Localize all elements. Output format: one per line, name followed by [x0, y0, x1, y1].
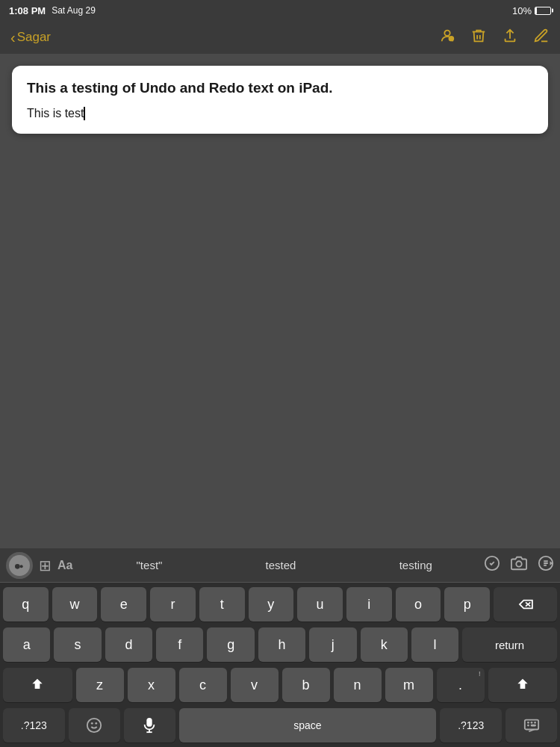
period-key[interactable]: .!	[437, 668, 485, 702]
shift-key[interactable]	[3, 668, 72, 702]
nav-actions: ⊕	[439, 28, 550, 48]
note-title: This a testing of Undo and Redo text on …	[27, 79, 533, 98]
svg-rect-14	[146, 718, 152, 727]
key-b[interactable]: b	[282, 668, 330, 702]
key-row-4: .?123 space .?123	[3, 708, 557, 743]
key-y[interactable]: y	[249, 587, 294, 622]
backspace-key[interactable]	[494, 587, 557, 622]
space-label: space	[293, 719, 321, 731]
key-n[interactable]: n	[334, 668, 382, 702]
key-i[interactable]: i	[346, 587, 392, 622]
key-d[interactable]: d	[105, 627, 152, 662]
note-card[interactable]: This a testing of Undo and Redo text on …	[12, 66, 548, 134]
dictation-key[interactable]	[124, 708, 175, 743]
autocomplete-suggestions: "test" tested testing	[84, 556, 484, 574]
font-size-icon[interactable]: Aa	[57, 559, 72, 572]
key-l[interactable]: l	[411, 627, 458, 662]
key-u[interactable]: u	[297, 587, 343, 622]
svg-point-4	[20, 565, 23, 568]
battery-icon	[535, 7, 551, 15]
keyboard-area: ⊞ Aa "test" tested testing	[0, 548, 560, 747]
back-label: Sagar	[17, 30, 51, 45]
camera-icon[interactable]	[511, 555, 527, 575]
svg-point-0	[444, 30, 449, 35]
key-row-2: a s d f g h j k l return	[3, 627, 557, 662]
status-date: Sat Aug 29	[52, 5, 96, 16]
key-row-3: z x c v b n m .!	[3, 668, 557, 702]
key-z[interactable]: z	[76, 668, 124, 702]
grid-icon[interactable]: ⊞	[39, 557, 52, 574]
numbers-key-right[interactable]: .?123	[440, 708, 502, 743]
status-time: 1:08 PM	[9, 5, 46, 16]
svg-text:⊕: ⊕	[449, 36, 452, 41]
key-o[interactable]: o	[396, 587, 441, 622]
back-button[interactable]: ‹ Sagar	[10, 29, 51, 46]
return-key[interactable]: return	[462, 627, 557, 662]
svg-point-6	[516, 561, 521, 566]
autocomplete-left-icons: ⊞ Aa	[6, 552, 72, 579]
key-m[interactable]: m	[385, 668, 433, 702]
battery-fill	[535, 7, 537, 14]
suggestion-1[interactable]: tested	[260, 556, 302, 574]
numbers-key[interactable]: .?123	[3, 708, 65, 743]
key-x[interactable]: x	[128, 668, 175, 702]
compose-icon[interactable]	[533, 28, 550, 48]
back-chevron-icon: ‹	[10, 29, 16, 46]
keyboard-hide-key[interactable]	[505, 708, 557, 743]
key-r[interactable]: r	[150, 587, 196, 622]
key-p[interactable]: p	[444, 587, 490, 622]
trash-icon[interactable]	[470, 28, 487, 48]
numbers-label-right: .?123	[458, 719, 484, 731]
return-label: return	[495, 639, 524, 651]
suggestion-2[interactable]: testing	[393, 556, 438, 574]
key-t[interactable]: t	[199, 587, 245, 622]
key-q[interactable]: q	[3, 587, 49, 622]
main-content: This a testing of Undo and Redo text on …	[0, 54, 560, 530]
key-h[interactable]: h	[258, 627, 305, 662]
key-row-1: q w e r t y u i o p	[3, 587, 557, 622]
note-body[interactable]: This is test	[27, 107, 533, 120]
status-bar: 1:08 PM Sat Aug 29 10%	[0, 0, 560, 21]
key-e[interactable]: e	[101, 587, 146, 622]
share-icon[interactable]	[502, 28, 518, 48]
key-f[interactable]: f	[156, 627, 203, 662]
key-w[interactable]: w	[52, 587, 98, 622]
checkmark-icon[interactable]	[484, 555, 500, 575]
numbers-label: .?123	[21, 719, 47, 731]
shift-key-right[interactable]	[488, 668, 558, 702]
key-j[interactable]: j	[309, 627, 356, 662]
note-body-text: This is test	[27, 107, 84, 120]
person-icon[interactable]: ⊕	[439, 28, 455, 48]
key-a[interactable]: a	[3, 627, 50, 662]
key-k[interactable]: k	[361, 627, 408, 662]
key-v[interactable]: v	[231, 668, 279, 702]
mic-inner	[9, 555, 30, 576]
battery-level: 10%	[512, 5, 532, 16]
key-c[interactable]: c	[179, 668, 227, 702]
svg-point-11	[87, 719, 101, 732]
suggestion-0[interactable]: "test"	[131, 556, 169, 574]
autocomplete-bar: ⊞ Aa "test" tested testing	[0, 548, 560, 583]
nav-bar: ‹ Sagar ⊕	[0, 21, 560, 54]
key-g[interactable]: g	[207, 627, 254, 662]
keyboard-rows: q w e r t y u i o p a s d f g	[0, 583, 560, 747]
comma-label: !	[479, 670, 481, 678]
key-s[interactable]: s	[54, 627, 101, 662]
status-right: 10%	[512, 5, 551, 16]
voice-dictation-icon[interactable]	[538, 555, 554, 575]
autocomplete-right-icons	[484, 555, 554, 575]
svg-point-3	[15, 564, 20, 569]
text-cursor	[84, 107, 85, 120]
mic-button[interactable]	[6, 552, 33, 579]
space-key[interactable]: space	[179, 708, 437, 743]
emoji-key[interactable]	[69, 708, 120, 743]
